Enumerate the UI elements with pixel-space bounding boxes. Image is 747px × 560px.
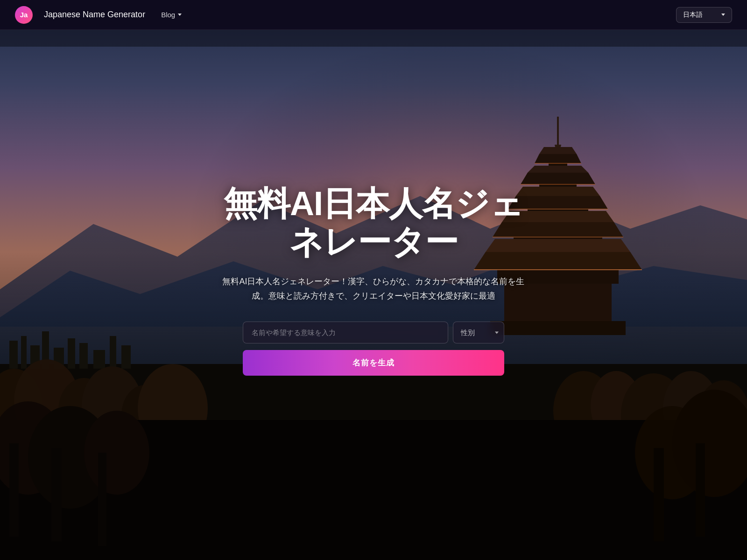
- svg-rect-36: [696, 443, 705, 537]
- search-form: 性別 男性 女性 中性 名前を生成: [243, 322, 504, 376]
- svg-marker-43: [528, 166, 588, 173]
- language-selector[interactable]: 日本語: [676, 7, 732, 23]
- form-input-row: 性別 男性 女性 中性: [243, 322, 504, 343]
- svg-rect-32: [98, 453, 106, 546]
- svg-marker-40: [539, 147, 577, 154]
- svg-point-29: [84, 411, 149, 495]
- hero-content: 無料AI日本人名ジェネレーター 無料AI日本人名ジェネレーター！漢字、ひらがな、…: [210, 184, 537, 376]
- gender-select-wrapper: 性別 男性 女性 中性: [453, 322, 504, 343]
- svg-marker-39: [535, 154, 581, 163]
- svg-rect-12: [93, 350, 105, 369]
- hero-section: 無料AI日本人名ジェネレーター 無料AI日本人名ジェネレーター！漢字、ひらがな、…: [0, 0, 747, 560]
- svg-rect-10: [68, 338, 75, 369]
- hero-title-text: 無料AI日本人名ジェネレーター: [224, 185, 523, 261]
- blog-button[interactable]: Blog: [156, 8, 186, 21]
- gender-select[interactable]: 性別 男性 女性 中性: [453, 322, 504, 343]
- chevron-down-icon: [178, 14, 182, 16]
- svg-rect-11: [79, 343, 88, 369]
- svg-marker-42: [521, 173, 595, 184]
- svg-rect-6: [21, 336, 27, 369]
- lang-chevron-icon: [721, 14, 725, 16]
- svg-rect-31: [51, 448, 62, 541]
- svg-rect-30: [9, 443, 19, 537]
- site-title: Japanese Name Generator: [44, 10, 145, 20]
- svg-rect-5: [9, 341, 18, 369]
- blog-label: Blog: [161, 11, 175, 19]
- navbar: Ja Japanese Name Generator Blog 日本語: [0, 0, 747, 30]
- svg-rect-13: [110, 336, 116, 369]
- hero-subtitle: 無料AI日本人名ジェネレーター！漢字、ひらがな、カタカナで本格的な名前を生成。意…: [219, 274, 528, 303]
- lang-label: 日本語: [683, 11, 703, 19]
- svg-rect-35: [654, 448, 664, 541]
- name-input[interactable]: [243, 322, 448, 343]
- nav-left: Ja Japanese Name Generator Blog: [15, 6, 186, 24]
- logo-icon: Ja: [15, 6, 33, 24]
- svg-rect-14: [121, 345, 131, 369]
- generate-button[interactable]: 名前を生成: [243, 350, 504, 376]
- hero-title: 無料AI日本人名ジェネレーター: [219, 184, 528, 262]
